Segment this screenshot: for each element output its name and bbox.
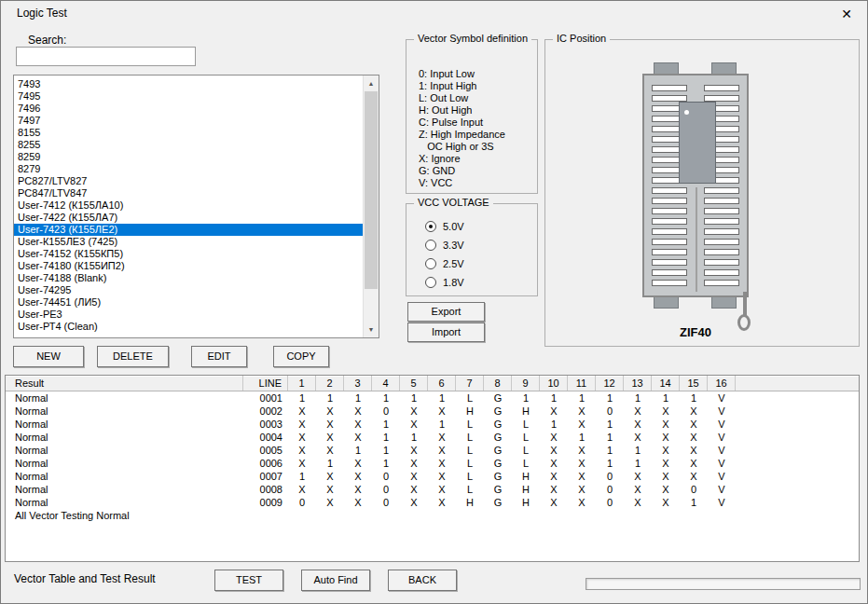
vcc-voltage-group: VCC VOLTAGE 5.0V3.3V2.5V1.8V [406,203,538,296]
table-header-cell[interactable]: 4 [372,376,400,391]
table-header-cell[interactable]: 5 [400,376,428,391]
table-header-cell[interactable]: 10 [540,376,568,391]
result-table: ResultLINE12345678910111213141516 Normal… [5,375,860,562]
table-header-cell[interactable]: 9 [512,376,540,391]
pin-cell: X [680,418,708,431]
ic-list-item[interactable]: User-74152 (К155КП5) [14,248,363,260]
table-header-cell[interactable]: 16 [708,376,736,391]
pin-cell: X [344,470,372,483]
pin-cell: 1 [624,391,652,405]
vcc-option[interactable]: 5.0V [425,217,533,236]
pin-cell: X [568,483,596,496]
table-row[interactable]: Normal0003XXX1X1LGL1X1XXXV [6,418,859,431]
ic-list-item[interactable]: 8259 [14,151,363,163]
table-header-cell[interactable]: 15 [680,376,708,391]
ic-list-item[interactable]: User-7422 (К155ЛА7) [14,212,363,224]
table-header-cell[interactable]: 12 [596,376,624,391]
pin-cell: X [428,431,456,444]
result-cell: Normal [6,496,243,509]
table-row[interactable]: Normal0004XXX11XLGLX11XXXV [6,431,859,444]
pin-slot [652,218,687,225]
edit-button[interactable]: EDIT [191,346,247,367]
new-button[interactable]: NEW [13,346,84,367]
copy-button[interactable]: COPY [273,346,329,367]
ic-list-item[interactable]: User-74180 (К155ИП2) [14,260,363,272]
ic-list-item[interactable]: 7495 [14,90,363,103]
pin-cell: X [540,405,568,418]
pin-cell: X [400,444,428,457]
pin-cell: 1 [288,470,316,483]
vector-symbol-line: 0: Input Low [419,68,505,80]
back-button[interactable]: BACK [388,570,457,591]
ic-list-item[interactable]: User-РТ4 (Clean) [14,321,363,333]
table-header-cell[interactable]: 13 [624,376,652,391]
radio-icon[interactable] [425,258,436,269]
ic-list-item[interactable]: User-РЕ3 [14,309,363,321]
table-header-cell[interactable]: 7 [456,376,484,391]
ic-list-item[interactable]: 7497 [14,115,363,127]
pin-cell: X [288,418,316,431]
table-row[interactable]: Normal00090XX0XXHGHXX0XX1V [6,496,859,509]
table-row[interactable]: Normal0008XXX0XXLGHXX0XX0V [6,483,859,496]
radio-icon[interactable] [425,240,436,251]
vcc-option[interactable]: 2.5V [425,254,533,273]
radio-icon[interactable] [425,221,436,232]
ic-list-item[interactable]: 7493 [14,78,363,90]
pin-cell: H [512,483,540,496]
pin-cell: X [624,418,652,431]
ic-list-item[interactable]: 8279 [14,163,363,175]
table-header-cell[interactable]: 6 [428,376,456,391]
ic-list-item[interactable]: User-7423 (К155ЛЕ2) [14,224,363,236]
pin-cell: G [484,483,512,496]
table-row[interactable]: Normal0002XXX0XXHGHXX0XXXV [6,405,859,418]
delete-button[interactable]: DELETE [97,346,169,367]
import-button[interactable]: Import [407,323,485,342]
table-row[interactable]: Normal0005XX11XXLGLXX11XXV [6,444,859,457]
scrollbar-thumb[interactable] [365,91,378,289]
scroll-up-icon[interactable]: ▲ [364,76,379,91]
table-row[interactable]: Normal00071XX0XXLGHXX0XXXV [6,470,859,483]
pin-cell: X [652,496,680,509]
ic-list-item[interactable]: User-74295 [14,284,363,296]
ic-list-item[interactable]: 8155 [14,127,363,139]
pin-slot [704,249,739,255]
table-header-cell[interactable]: Result [6,376,243,391]
pin-cell: G [484,470,512,483]
ic-list-item[interactable]: 8255 [14,139,363,151]
table-row[interactable]: Normal0006X1X1XXLGLXX11XXV [6,457,859,470]
close-icon[interactable]: ✕ [833,4,861,24]
radio-icon[interactable] [425,277,436,288]
table-row[interactable]: Normal0001111111LG1111111V [6,391,859,405]
auto-find-button[interactable]: Auto Find [301,570,370,591]
pin-cell: 1 [512,391,540,405]
ic-list[interactable]: 74937495749674978155825582598279PC827/LT… [13,75,379,338]
search-input[interactable] [16,47,196,66]
ic-list-item[interactable]: PC827/LTV827 [14,175,363,187]
ic-list-item[interactable]: User-74188 (Blank) [14,272,363,284]
ic-list-item[interactable]: User-7412 (К155ЛА10) [14,199,363,212]
pin-cell: L [456,470,484,483]
test-button[interactable]: TEST [214,570,283,591]
scroll-down-icon[interactable]: ▼ [364,322,379,337]
table-header-cell[interactable]: 8 [484,376,512,391]
vcc-option[interactable]: 1.8V [425,273,533,292]
zif-socket-image [545,40,859,346]
table-header-cell[interactable]: LINE [243,376,288,391]
ic-list-item[interactable]: 7496 [14,103,363,115]
pin-slot [704,239,739,245]
ic-list-item[interactable]: User-74451 (ЛИ5) [14,296,363,309]
ic-list-item[interactable]: User-К155ЛЕ3 (7425) [14,236,363,248]
result-cell: Normal [6,483,243,496]
pin-cell: X [400,496,428,509]
vector-symbol-lines: 0: Input Low1: Input HighL: Out LowH: Ou… [419,68,505,189]
export-button[interactable]: Export [407,302,485,322]
table-header-cell[interactable]: 14 [652,376,680,391]
list-scrollbar[interactable]: ▲ ▼ [363,76,379,337]
table-header-cell[interactable]: 11 [568,376,596,391]
vcc-option[interactable]: 3.3V [425,236,533,254]
ic-list-item[interactable]: PC847/LTV847 [14,187,363,199]
pin-cell: L [512,457,540,470]
table-header-cell[interactable]: 3 [344,376,372,391]
table-header-cell[interactable]: 1 [288,376,316,391]
table-header-cell[interactable]: 2 [316,376,344,391]
